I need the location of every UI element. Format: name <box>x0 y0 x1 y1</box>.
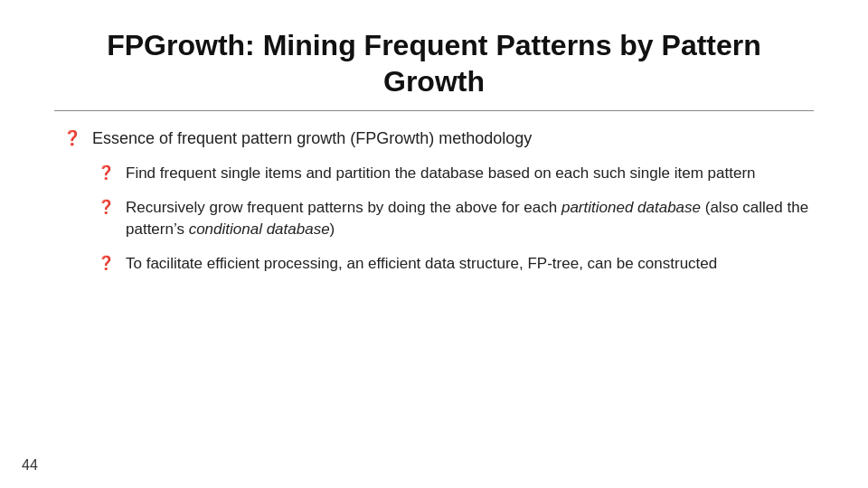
bullet-l2-group: ❓ Find frequent single items and partiti… <box>98 163 814 274</box>
slide-number: 44 <box>22 457 38 474</box>
bullet-marker-l2-3: ❓ <box>98 255 115 271</box>
bullet-text-l2-3: To facilitate efficient processing, an e… <box>126 253 717 275</box>
title-divider <box>54 110 814 111</box>
title-section: FPGrowth: Mining Frequent Patterns by Pa… <box>54 27 814 99</box>
bullet-text-l1-1: Essence of frequent pattern growth (FPGr… <box>92 127 532 150</box>
bullet-text-l2-1: Find frequent single items and partition… <box>126 163 756 184</box>
content-section: ❓ Essence of frequent pattern growth (FP… <box>54 127 814 461</box>
bullet-l2-3: ❓ To facilitate efficient processing, an… <box>98 253 814 275</box>
bullet-l2-2: ❓ Recursively grow frequent patterns by … <box>98 197 814 240</box>
bullet-l2-1: ❓ Find frequent single items and partiti… <box>98 163 814 184</box>
bullet-marker-l2-1: ❓ <box>98 164 115 181</box>
title-line1: FPGrowth: Mining Frequent Patterns by Pa… <box>107 29 761 61</box>
bullet-marker-l1-1: ❓ <box>63 129 81 146</box>
title-line2: Growth <box>383 65 485 98</box>
slide-title: FPGrowth: Mining Frequent Patterns by Pa… <box>54 27 814 99</box>
bullet-text-l2-2: Recursively grow frequent patterns by do… <box>126 197 814 240</box>
bullet-marker-l2-2: ❓ <box>98 199 115 215</box>
bullet-l1-1: ❓ Essence of frequent pattern growth (FP… <box>63 127 814 150</box>
slide-container: FPGrowth: Mining Frequent Patterns by Pa… <box>0 0 868 488</box>
